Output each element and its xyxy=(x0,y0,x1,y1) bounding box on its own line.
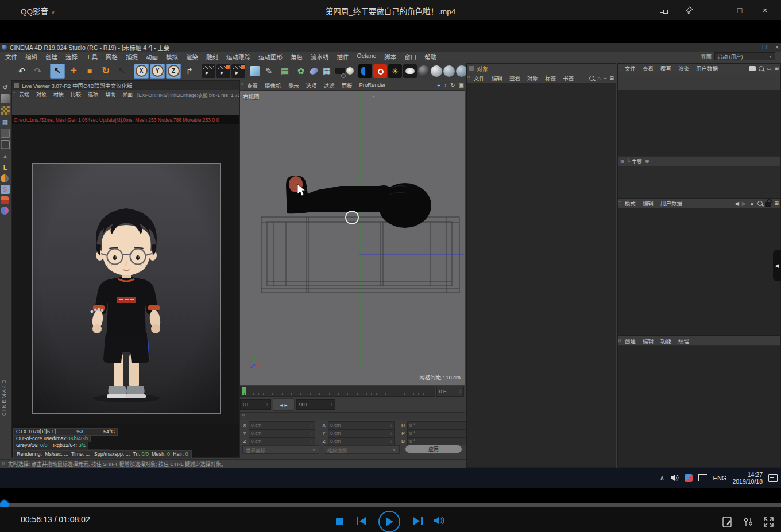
viewport-menu-1[interactable]: 摄像机 xyxy=(261,81,285,90)
object-manager-menu-2[interactable]: 查看 xyxy=(506,74,524,82)
render-view-icon[interactable] xyxy=(202,64,215,78)
frame-step-buttons[interactable]: ◂ ▸ xyxy=(273,398,295,411)
viewport-rotate-icon[interactable]: ↻ xyxy=(450,82,455,88)
interface-dropdown[interactable]: 启动 (用户)▼ xyxy=(714,52,775,60)
tray-expand-icon[interactable]: ∧ xyxy=(660,475,664,481)
c4d-restore-icon[interactable]: ❐ xyxy=(762,44,767,51)
spinner-icon[interactable]: ↕ xyxy=(459,389,461,394)
octane-material3-icon[interactable] xyxy=(456,65,467,77)
undo-icon[interactable]: ↶ xyxy=(14,64,29,79)
material-manager-menu-2[interactable]: 功能 xyxy=(657,337,675,345)
object-manager-menu-4[interactable]: 标签 xyxy=(542,74,559,82)
pos-z-field[interactable]: 0 cm↕ xyxy=(249,437,315,445)
octane-daylight-icon[interactable]: ☀ xyxy=(388,64,402,78)
play-button[interactable] xyxy=(378,511,400,532)
size-x-field[interactable]: 0 cm↕ xyxy=(328,421,395,429)
end-frame-field[interactable]: 90 F↕ xyxy=(296,399,335,410)
material-manager-menu-1[interactable]: 编辑 xyxy=(639,337,657,345)
take-manager-menu-0[interactable]: 文件 xyxy=(621,64,639,72)
object-manager-tab[interactable]: 对象 xyxy=(467,64,616,73)
search-icon[interactable] xyxy=(589,76,594,81)
minimize-button[interactable]: — xyxy=(702,0,727,20)
live-viewer-menu-0[interactable]: 云端 xyxy=(16,91,33,98)
octane-material2-icon[interactable] xyxy=(443,65,455,77)
workplane-icon[interactable]: ▦ xyxy=(1,117,10,126)
x-axis-icon[interactable]: X xyxy=(134,64,149,79)
history-back-icon[interactable]: ◀ xyxy=(734,200,739,207)
edges-mode-icon[interactable] xyxy=(1,140,10,149)
panel-divider[interactable]: ⠿ xyxy=(240,412,465,420)
size-z-field[interactable]: 0 cm↕ xyxy=(328,437,395,445)
c4d-menu-9[interactable]: 渲染 xyxy=(182,52,202,61)
c4d-menu-12[interactable]: 运动图形 xyxy=(254,52,287,61)
pos-x-field[interactable]: 0 cm↕ xyxy=(249,421,315,429)
c4d-menu-11[interactable]: 运动跟踪 xyxy=(222,52,254,61)
pos-y-field[interactable]: 0 cm↕ xyxy=(249,429,315,437)
viewport-zoom-icon[interactable]: ↕ xyxy=(444,82,447,88)
object-manager-menu-0[interactable]: 文件 xyxy=(470,74,488,82)
live-selection-icon[interactable]: ↖ xyxy=(50,64,65,79)
c4d-close-icon[interactable]: × xyxy=(775,44,779,51)
search-icon[interactable] xyxy=(759,66,764,71)
viewport-menu-4[interactable]: 过滤 xyxy=(320,81,338,90)
c4d-menu-6[interactable]: 捕捉 xyxy=(122,52,142,61)
attribute-manager-menu-1[interactable]: 编辑 xyxy=(639,199,657,207)
octane-objects-icon[interactable] xyxy=(1,207,9,215)
render-picture-viewer-icon[interactable] xyxy=(216,64,230,78)
object-manager-menu-1[interactable]: 编辑 xyxy=(488,74,506,82)
tray-app-icon[interactable] xyxy=(685,474,693,482)
make-editable-icon[interactable]: ↺ xyxy=(1,83,10,92)
octane-env-sphere-icon[interactable] xyxy=(418,65,430,77)
camera-eye-icon[interactable] xyxy=(749,66,756,71)
volume-button[interactable] xyxy=(434,515,445,526)
coordinates-icon[interactable] xyxy=(1,174,9,182)
viewport-canvas[interactable]: x 网格间距 : 10 cm 右视图 xyxy=(240,91,465,385)
coord-system-dropdown[interactable]: 世界坐标▼ xyxy=(242,445,319,454)
c4d-menu-3[interactable]: 选择 xyxy=(61,52,82,61)
live-viewer-menu-2[interactable]: 材质 xyxy=(50,91,67,98)
previous-button[interactable] xyxy=(355,515,367,527)
rot-h-field[interactable]: 0 °↕ xyxy=(407,421,474,429)
c4d-menu-2[interactable]: 创建 xyxy=(41,52,61,61)
live-viewer-menu-6[interactable]: 界面 xyxy=(119,91,136,98)
coord-system-icon[interactable]: ↱ xyxy=(182,64,197,79)
axis-mode-icon[interactable]: L xyxy=(1,163,10,172)
take-manager-menu-2[interactable]: 覆写 xyxy=(657,64,675,72)
c4d-menu-19[interactable]: 帮助 xyxy=(420,52,440,61)
parent-object-icon[interactable]: ▲ xyxy=(749,200,755,207)
start-frame-field[interactable]: 0 F↕ xyxy=(240,399,271,410)
stop-button[interactable] xyxy=(336,518,343,525)
render-settings-icon[interactable] xyxy=(231,64,245,78)
material-manager-menu-0[interactable]: 创建 xyxy=(621,337,639,345)
viewport-maximize-icon[interactable]: ▣ xyxy=(459,82,464,88)
current-frame-box[interactable]: 0 F↕ xyxy=(436,386,464,397)
object-manager-menu-5[interactable]: 书签 xyxy=(559,74,577,82)
live-viewer-menu-4[interactable]: 选项 xyxy=(84,91,102,98)
network-icon[interactable] xyxy=(698,474,707,481)
c4d-menu-18[interactable]: 窗口 xyxy=(400,52,420,61)
history-forward-icon[interactable]: ▶ xyxy=(742,200,747,207)
snapshot-button[interactable] xyxy=(722,517,733,527)
panel1-icon[interactable]: ▭ xyxy=(767,65,772,71)
viewport-menu-6[interactable]: ProRender xyxy=(355,81,389,90)
search-icon[interactable] xyxy=(757,201,763,206)
action-center-icon[interactable] xyxy=(768,474,778,482)
collapsed-panel-tab[interactable]: ◀ xyxy=(773,250,781,281)
c4d-menu-15[interactable]: 插件 xyxy=(333,52,353,61)
points-mode-icon[interactable] xyxy=(1,129,10,138)
c4d-menu-4[interactable]: 工具 xyxy=(82,52,102,61)
c4d-menu-17[interactable]: 脚本 xyxy=(380,52,400,61)
y-axis-icon[interactable]: Y xyxy=(150,64,165,79)
z-axis-icon[interactable]: Z xyxy=(166,64,181,79)
home-icon[interactable]: ⌂ xyxy=(597,75,601,81)
panel2-icon[interactable]: ⊞ xyxy=(774,65,779,71)
pin-button[interactable] xyxy=(676,0,702,20)
c4d-menu-14[interactable]: 流水线 xyxy=(307,52,333,61)
attribute-manager-menu-0[interactable]: 模式 xyxy=(621,199,639,207)
playlist-settings-button[interactable] xyxy=(743,517,754,527)
viewport-menu-5[interactable]: 面板 xyxy=(338,81,355,90)
object-manager-menu-3[interactable]: 对象 xyxy=(524,74,542,82)
collapse-icon[interactable]: − xyxy=(604,75,606,81)
input-language[interactable]: ENG xyxy=(713,475,727,481)
simulate-icon[interactable] xyxy=(309,67,319,76)
